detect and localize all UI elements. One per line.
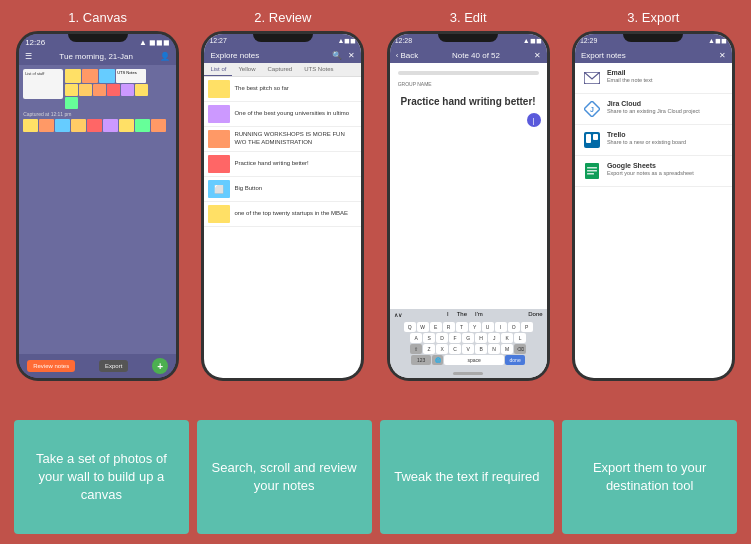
- key-delete[interactable]: ⌫: [514, 344, 526, 354]
- note-item-6[interactable]: one of the top twenty startups in the MB…: [204, 202, 361, 227]
- note-text-3: RUNNING WORKSHOPS IS MORE FUN W/O THE AD…: [234, 131, 357, 147]
- key-globe[interactable]: 🌐: [432, 355, 443, 365]
- key-n[interactable]: N: [488, 344, 500, 354]
- key-c[interactable]: C: [449, 344, 461, 354]
- key-d[interactable]: D: [436, 333, 448, 343]
- key-o[interactable]: O: [508, 322, 520, 332]
- info-card-1: Take a set of photos of your wall to bui…: [14, 420, 189, 534]
- key-k[interactable]: K: [501, 333, 513, 343]
- phone-column-export: 3. Export 12:29 ▲◼◼ Export notes ✕: [566, 10, 741, 412]
- canvas-content: List of stuff UTS Notes: [19, 65, 176, 354]
- canvas-header: ☰ Tue morning, 21-Jan 👤: [19, 50, 176, 65]
- key-x[interactable]: X: [436, 344, 448, 354]
- sticky-c2: [39, 119, 54, 132]
- key-done[interactable]: done: [505, 355, 525, 365]
- svg-rect-7: [587, 170, 597, 172]
- key-m[interactable]: M: [501, 344, 513, 354]
- key-s[interactable]: S: [423, 333, 435, 343]
- export-trello-title: Trello: [607, 131, 724, 138]
- note-item-3[interactable]: RUNNING WORKSHOPS IS MORE FUN W/O THE AD…: [204, 127, 361, 152]
- export-time: 12:29: [580, 37, 598, 45]
- export-jira-text: Jira Cloud Share to an existing Jira Clo…: [607, 100, 724, 114]
- note-text-4: Practice hand writing better!: [234, 160, 308, 168]
- note-text-5: Big Button: [234, 185, 262, 193]
- suggestion-3[interactable]: I'm: [475, 311, 483, 318]
- svg-rect-8: [587, 173, 594, 175]
- tab-uts[interactable]: UTS Notes: [298, 63, 339, 76]
- fab-button[interactable]: +: [152, 358, 168, 374]
- tab-captured[interactable]: Captured: [262, 63, 299, 76]
- export-sheets-text: Google Sheets Export your notes as a spr…: [607, 162, 724, 176]
- phone-column-edit: 3. Edit 12:28 ▲◼◼ ‹ Back Note 40 of 52 ✕…: [381, 10, 556, 412]
- search-icon[interactable]: 🔍: [332, 51, 342, 60]
- note-item-4[interactable]: Practice hand writing better!: [204, 152, 361, 177]
- sticky-r1: [107, 84, 120, 96]
- key-u[interactable]: U: [482, 322, 494, 332]
- key-b[interactable]: B: [475, 344, 487, 354]
- export-button[interactable]: Export: [99, 360, 128, 372]
- phone-notch-4: [623, 34, 683, 42]
- key-q[interactable]: Q: [404, 322, 416, 332]
- trello-icon: [583, 131, 601, 149]
- note-item-2[interactable]: One of the best young universities in ul…: [204, 102, 361, 127]
- canvas-list: List of stuff: [23, 69, 63, 99]
- key-l[interactable]: L: [514, 333, 526, 343]
- suggestions: I The I'm: [402, 311, 529, 318]
- edit-note-text[interactable]: Practice hand writing better!: [398, 95, 539, 109]
- suggestion-2[interactable]: The: [457, 311, 467, 318]
- phone-frame-1: 12:26 ▲ ◼◼◼ ☰ Tue morning, 21-Jan 👤 List…: [16, 31, 179, 381]
- key-e[interactable]: E: [430, 322, 442, 332]
- export-list: Email Email the note text J Jira Cloud S…: [575, 63, 732, 378]
- key-t[interactable]: T: [456, 322, 468, 332]
- note-item-5[interactable]: ⬜ Big Button: [204, 177, 361, 202]
- note-sticky-1: [208, 80, 230, 98]
- edit-screen: 12:28 ▲◼◼ ‹ Back Note 40 of 52 ✕ GROUP N…: [390, 34, 547, 378]
- phone-frame-3: 12:28 ▲◼◼ ‹ Back Note 40 of 52 ✕ GROUP N…: [387, 31, 550, 381]
- done-button[interactable]: Done: [528, 311, 542, 318]
- edit-title: Note 40 of 52: [452, 51, 500, 60]
- field-label: GROUP NAME: [398, 81, 539, 87]
- key-123[interactable]: 123: [411, 355, 431, 365]
- export-email-text: Email Email the note text: [607, 69, 724, 83]
- export-email-desc: Email the note text: [607, 77, 724, 83]
- info-card-text-2: Search, scroll and review your notes: [211, 459, 358, 495]
- key-f[interactable]: F: [449, 333, 461, 343]
- key-z[interactable]: Z: [423, 344, 435, 354]
- suggestion-1[interactable]: I: [447, 311, 449, 318]
- key-h[interactable]: H: [475, 333, 487, 343]
- review-time: 12:27: [209, 37, 227, 45]
- close-icon[interactable]: ✕: [348, 51, 355, 60]
- key-j[interactable]: J: [488, 333, 500, 343]
- export-header: Export notes ✕: [575, 48, 732, 63]
- tab-yellow[interactable]: Yellow: [232, 63, 261, 76]
- key-space[interactable]: space: [444, 355, 504, 365]
- key-shift[interactable]: ⇧: [410, 344, 422, 354]
- review-screen: 12:27 ▲◼◼ Explore notes 🔍 ✕ List of Yell…: [204, 34, 361, 378]
- key-y[interactable]: Y: [469, 322, 481, 332]
- edit-header: ‹ Back Note 40 of 52 ✕: [390, 48, 547, 63]
- export-item-sheets[interactable]: Google Sheets Export your notes as a spr…: [575, 156, 732, 187]
- back-icon[interactable]: ‹ Back: [396, 51, 419, 60]
- key-p[interactable]: P: [521, 322, 533, 332]
- export-close-icon[interactable]: ✕: [719, 51, 726, 60]
- review-notes-button[interactable]: Review notes: [27, 360, 75, 372]
- info-card-3: Tweak the text if required: [380, 420, 555, 534]
- export-item-email[interactable]: Email Email the note text: [575, 63, 732, 94]
- key-a[interactable]: A: [410, 333, 422, 343]
- export-item-trello[interactable]: Trello Share to a new or existing board: [575, 125, 732, 156]
- tab-list[interactable]: List of: [204, 63, 232, 76]
- export-item-jira[interactable]: J Jira Cloud Share to an existing Jira C…: [575, 94, 732, 125]
- export-screen: 12:29 ▲◼◼ Export notes ✕ Email Email the: [575, 34, 732, 378]
- export-signal: ▲◼◼: [708, 37, 727, 45]
- canvas-date: Tue morning, 21-Jan: [59, 52, 133, 61]
- edit-close-icon[interactable]: ✕: [534, 51, 541, 60]
- keyboard-toolbar: ∧ ∨ I The I'm Done: [390, 309, 547, 320]
- sticky-c8: [135, 119, 150, 132]
- note-item-1[interactable]: The best pitch so far: [204, 77, 361, 102]
- key-g[interactable]: G: [462, 333, 474, 343]
- phone-frame-2: 12:27 ▲◼◼ Explore notes 🔍 ✕ List of Yell…: [201, 31, 364, 381]
- key-w[interactable]: W: [417, 322, 429, 332]
- key-r[interactable]: R: [443, 322, 455, 332]
- key-v[interactable]: V: [462, 344, 474, 354]
- key-i[interactable]: I: [495, 322, 507, 332]
